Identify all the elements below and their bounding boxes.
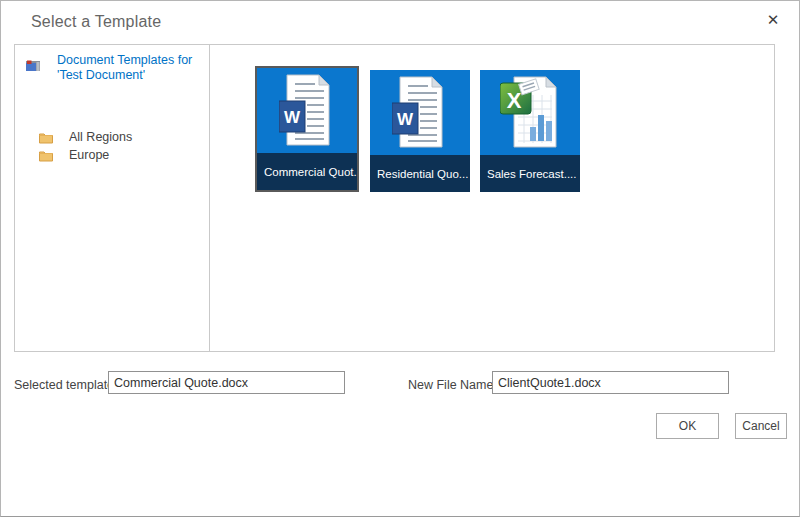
template-tile-commercial-quote[interactable]: W Commercial Quot... [257, 68, 357, 190]
template-tile-label: Commercial Quot... [257, 153, 357, 190]
folder-icon [39, 148, 53, 166]
tree-node-europe[interactable]: Europe [15, 146, 209, 164]
template-tile-residential-quote[interactable]: W Residential Quo... [370, 70, 470, 192]
new-file-name-label: New File Name: [408, 378, 497, 392]
selected-template-input[interactable] [108, 371, 345, 394]
tree-root-node[interactable]: Document Templates for 'Test Document' [57, 53, 199, 83]
close-icon[interactable]: ✕ [759, 7, 787, 33]
template-tile-sales-forecast[interactable]: X Sales Forecast.... [480, 70, 580, 192]
new-file-name-input[interactable] [492, 371, 729, 394]
tree-node-all-regions[interactable]: All Regions [15, 128, 209, 146]
dialog-title: Select a Template [31, 13, 161, 31]
template-tile-label: Residential Quo... [370, 155, 470, 192]
svg-text:W: W [284, 108, 301, 127]
template-tiles-area: W Commercial Quot... [210, 45, 774, 351]
svg-text:W: W [397, 110, 414, 129]
excel-document-icon: X [480, 75, 580, 155]
svg-text:X: X [507, 88, 522, 113]
template-tree: Document Templates for 'Test Document' A… [15, 45, 210, 351]
template-browser-panel: Document Templates for 'Test Document' A… [14, 44, 775, 352]
word-document-icon: W [257, 73, 357, 153]
tree-node-label: All Regions [69, 130, 132, 144]
tree-node-label: Europe [69, 148, 109, 162]
document-library-icon [25, 58, 41, 76]
template-tile-label: Sales Forecast.... [480, 155, 580, 192]
word-document-icon: W [370, 75, 470, 155]
cancel-button[interactable]: Cancel [735, 413, 787, 439]
select-template-dialog: Select a Template ✕ Document Templates f… [0, 0, 800, 517]
ok-button[interactable]: OK [656, 413, 719, 439]
selected-template-label: Selected template: [14, 378, 118, 392]
